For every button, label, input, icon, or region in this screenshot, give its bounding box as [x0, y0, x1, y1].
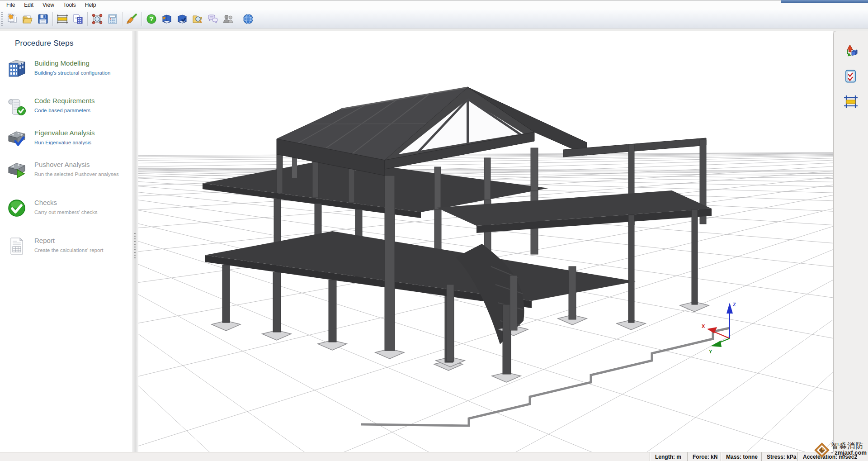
axis-x-label: X	[702, 323, 705, 329]
menu-bar: File Edit View Tools Help	[0, 0, 868, 10]
status-stress-units: Stress: kPa	[761, 452, 797, 461]
step-title: Building Modelling	[34, 59, 110, 67]
plot-boundary-line	[361, 328, 730, 426]
step-title: Pushover Analysis	[34, 161, 119, 168]
calculator-icon[interactable]	[105, 11, 120, 27]
green-check-icon	[6, 198, 27, 219]
user-manual-icon[interactable]	[175, 11, 190, 27]
step-subtitle: Create the calculations' report	[34, 247, 103, 253]
save-icon[interactable]	[35, 11, 51, 27]
watermark-name: 智淼消防	[831, 442, 867, 450]
help-icon[interactable]: ?	[144, 11, 159, 27]
step-eigenvalue-analysis[interactable]: Eigenvalue Analysis Run Eigenvalue analy…	[6, 128, 127, 158]
format-brush-icon[interactable]	[124, 11, 140, 27]
status-length-units: Length: m	[650, 452, 687, 461]
step-subtitle: Code-based parameters	[34, 108, 94, 113]
eigenvalue-viewer-icon[interactable]	[90, 11, 105, 27]
watermark: 智淼消防 - zmjaxf.com	[814, 442, 867, 458]
website-icon[interactable]	[241, 11, 256, 27]
step-pushover-analysis[interactable]: Pushover Analysis Run the selected Pusho…	[6, 160, 127, 190]
application-window: File Edit View Tools Help	[0, 0, 868, 461]
toolbar-separator	[142, 12, 142, 26]
step-title: Report	[34, 237, 103, 244]
menu-view[interactable]: View	[38, 1, 59, 9]
step-title: Code Requirements	[34, 97, 94, 105]
toolbar-separator	[122, 12, 123, 26]
status-force-units: Force: kN	[687, 452, 721, 461]
menu-file[interactable]: File	[2, 1, 19, 9]
eigenvalue-run-icon	[6, 128, 27, 149]
results-tool-panel	[833, 31, 868, 452]
axis-triad: Z X Y	[702, 302, 736, 354]
status-mass-units: Mass: tonne	[721, 452, 761, 461]
tutorial-book-icon[interactable]	[159, 11, 175, 27]
member-checks-icon[interactable]	[842, 67, 860, 86]
step-building-modelling[interactable]: Building Modelling Building's structural…	[6, 58, 127, 88]
axis-y-label: Y	[709, 349, 712, 354]
step-title: Checks	[34, 199, 98, 206]
panel-title: Procedure Steps	[15, 39, 74, 48]
toolbar: ?	[0, 10, 868, 29]
axis-z-label: Z	[733, 302, 736, 307]
menu-help[interactable]: Help	[80, 1, 101, 9]
forum-icon[interactable]	[205, 11, 221, 27]
deformed-shape-icon[interactable]	[842, 42, 860, 60]
step-title: Eigenvalue Analysis	[34, 129, 94, 137]
watermark-logo-icon	[814, 442, 830, 458]
status-bar: Length: m Force: kN Mass: tonne Stress: …	[0, 452, 868, 461]
panel-splitter[interactable]	[132, 31, 138, 452]
building-report-icon[interactable]	[70, 11, 85, 27]
beam-section-icon[interactable]	[842, 93, 860, 111]
toolbar-separator	[52, 12, 53, 26]
open-project-icon[interactable]	[20, 11, 35, 27]
watermark-site: - zmjaxf.com	[831, 450, 867, 456]
beam-sections-icon[interactable]	[55, 11, 70, 27]
step-subtitle: Run the selected Pushover analyses	[34, 171, 119, 177]
window-edge-strip	[781, 0, 868, 3]
step-subtitle: Building's structural configuration	[34, 70, 110, 76]
pushover-run-icon	[6, 160, 27, 181]
model-scene: Z X Y	[138, 31, 833, 453]
svg-text:?: ?	[150, 15, 154, 23]
building-model	[203, 87, 712, 382]
procedure-steps-panel: Procedure Steps	[0, 31, 132, 452]
toolbar-grip	[1, 12, 3, 26]
menu-edit[interactable]: Edit	[19, 1, 38, 9]
building-icon	[6, 58, 27, 79]
user-community-icon[interactable]	[221, 11, 236, 27]
splitter-handle-icon	[134, 233, 136, 258]
step-subtitle: Carry out members' checks	[34, 209, 98, 215]
menu-tools[interactable]: Tools	[59, 1, 80, 9]
example-browser-icon[interactable]	[190, 11, 205, 27]
status-spacer	[0, 452, 650, 461]
report-doc-icon	[6, 236, 27, 257]
step-checks[interactable]: Checks Carry out members' checks	[6, 198, 127, 228]
new-file-icon[interactable]	[5, 11, 20, 27]
toolbar-separator	[87, 12, 88, 26]
step-report[interactable]: Report Create the calculations' report	[6, 236, 127, 266]
code-scroll-icon	[6, 96, 27, 117]
step-code-requirements[interactable]: Code Requirements Code-based parameters	[6, 96, 127, 126]
viewport-3d[interactable]: Z X Y	[138, 31, 833, 452]
step-subtitle: Run Eigenvalue analysis	[34, 140, 94, 145]
